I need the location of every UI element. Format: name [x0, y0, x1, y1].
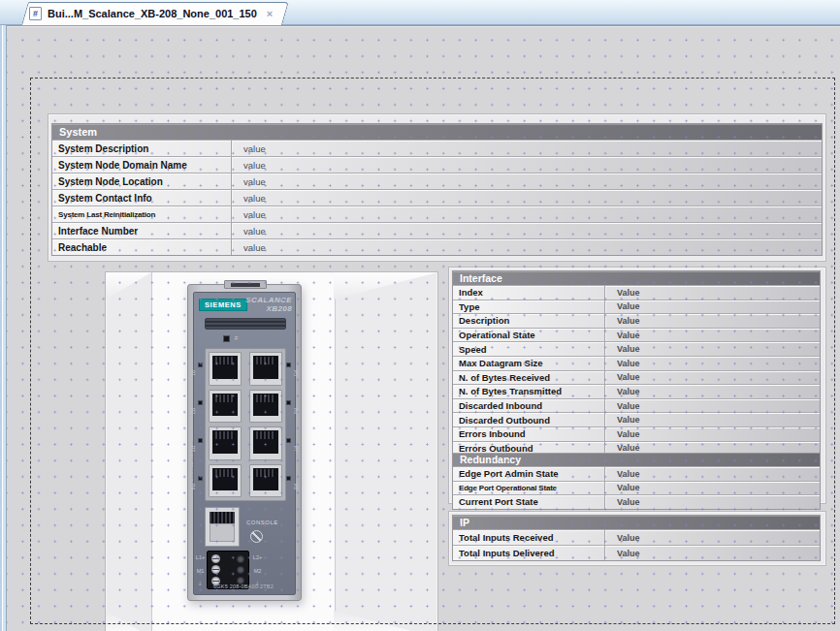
row-value: value [231, 157, 822, 173]
table-row: Edge Port Admin StateValue [453, 466, 820, 481]
table-row: System Contact Infovalue [52, 189, 822, 205]
row-value: Value [604, 482, 820, 495]
row-label: System Contact Info [52, 193, 231, 204]
rj45-port [249, 352, 282, 386]
port-label: P7 [293, 446, 299, 452]
terminal-screw [211, 554, 220, 563]
table-row: System Node Domain Namevalue [52, 156, 822, 173]
ip-table-body: Total Inputs ReceivedValueTotal Inputs D… [453, 529, 820, 560]
row-value: value [231, 206, 822, 222]
row-value: Value [604, 413, 820, 426]
faceplate-type-icon: # [29, 7, 42, 20]
list-item: M1 [195, 565, 206, 579]
row-value: Value [604, 399, 820, 413]
system-group-panel[interactable]: System System DescriptionvalueSystem Nod… [48, 113, 826, 262]
row-label: Index [453, 287, 604, 298]
row-label: Edge Port Operational State [453, 484, 604, 492]
list-item: L1+ [195, 552, 206, 565]
terminal-screw [237, 555, 244, 563]
system-table[interactable]: System System DescriptionvalueSystem Nod… [51, 123, 823, 256]
ip-table[interactable]: IP Total Inputs ReceivedValueTotal Input… [452, 515, 821, 561]
rj45-port [249, 390, 282, 424]
redundancy-table-body: Edge Port Admin StateValueEdge Port Oper… [453, 466, 820, 509]
table-row: N. of Bytes TransmittedValue [453, 384, 820, 398]
ip-group-panel[interactable]: IP Total Inputs ReceivedValueTotal Input… [448, 511, 826, 566]
row-value: Value [604, 546, 820, 560]
rj45-port [209, 464, 242, 498]
row-value: value [231, 190, 822, 205]
system-table-header: System [52, 124, 822, 140]
row-value: Value [604, 286, 820, 300]
fault-led [223, 335, 230, 342]
rj45-port-grid [205, 348, 286, 501]
prohibition-icon [250, 530, 263, 543]
port-label: P3 [190, 446, 196, 452]
row-value: value [231, 239, 822, 255]
editor-canvas[interactable]: System System DescriptionvalueSystem Nod… [7, 25, 840, 631]
row-value: Value [604, 385, 820, 398]
row-value: value [231, 223, 822, 238]
table-row: DescriptionValue [453, 313, 820, 328]
backdrop-shadow-top-right [334, 272, 437, 300]
table-row: TypeValue [453, 300, 820, 314]
row-value: Value [604, 342, 820, 356]
row-value: Value [604, 427, 820, 441]
interface-table[interactable]: Interface IndexValueTypeValueDescription… [452, 270, 821, 456]
row-value: Value [604, 467, 820, 481]
table-row: SpeedValue [453, 341, 820, 356]
row-value: Value [604, 314, 820, 328]
table-row: Errors InboundValue [453, 426, 820, 441]
table-row: Total Inputs DeliveredValue [453, 545, 820, 560]
tab-close-icon[interactable]: × [263, 8, 273, 19]
table-row: Total Inputs ReceivedValue [453, 529, 820, 545]
table-row: Discarded InboundValue [453, 398, 820, 413]
redundancy-table[interactable]: Redundancy Edge Port Admin StateValueEdg… [452, 453, 821, 510]
port-led [286, 400, 291, 405]
table-row: System Node Locationvalue [52, 173, 822, 189]
rj45-port [249, 464, 282, 498]
terminal-screw [211, 565, 220, 574]
tab-scalance-faceplate[interactable]: # Bui...M_Scalance_XB-208_None_001_150 × [21, 2, 282, 25]
row-label: Discarded Outbound [453, 415, 604, 426]
port-led [198, 438, 203, 443]
rj45-port [249, 426, 282, 460]
row-value: Value [604, 329, 820, 342]
row-label: N. of Bytes Received [453, 372, 604, 383]
row-value: Value [604, 371, 820, 385]
row-label: System Last Reinitialization [52, 210, 231, 219]
table-row: Edge Port Operational StateValue [453, 481, 820, 495]
row-label: System Node Domain Name [52, 160, 231, 171]
row-label: System Node Location [52, 176, 231, 187]
backdrop-shadow-top-left [106, 272, 151, 300]
port-led [286, 438, 291, 443]
port-label: P8 [293, 484, 299, 489]
row-label: Current Port State [453, 496, 604, 507]
table-row: Reachablevalue [52, 238, 822, 255]
table-row: Interface Numbervalue [52, 222, 822, 238]
port-label: P2 [190, 408, 196, 414]
list-item: L2+ [252, 552, 263, 565]
device-image-panel[interactable]: TO PERF LAN ONLY SIEMENS SCALANCE XB208 … [105, 271, 438, 631]
table-row: N. of Bytes ReceivedValue [453, 370, 820, 385]
row-label: Total Inputs Received [453, 532, 604, 543]
table-row: Discarded OutboundValue [453, 412, 820, 426]
terminal-screw [237, 566, 244, 574]
vent-slot [205, 318, 286, 330]
interface-table-body: IndexValueTypeValueDescriptionValueOpera… [453, 285, 820, 455]
tab-bar: # Bui...M_Scalance_XB-208_None_001_150 × [0, 0, 840, 25]
window-left-frame [0, 25, 7, 631]
fault-led-label: F [235, 335, 239, 341]
row-label: Discarded Inbound [453, 400, 604, 411]
table-row: Current Port StateValue [453, 494, 820, 509]
din-rail-clip [224, 280, 267, 289]
device-front-panel: SIEMENS SCALANCE XB208 F [193, 292, 296, 595]
port-led [286, 363, 291, 367]
table-row: IndexValue [453, 285, 820, 300]
port-led [198, 400, 203, 405]
port-label: P1 [190, 370, 196, 376]
row-value: Value [604, 495, 820, 509]
row-label: Interface Number [52, 226, 231, 237]
rj45-port [209, 390, 242, 424]
scalance-switch-image[interactable]: TO PERF LAN ONLY SIEMENS SCALANCE XB208 … [187, 284, 302, 601]
interface-group-panel[interactable]: Interface IndexValueTypeValueDescription… [448, 267, 826, 504]
